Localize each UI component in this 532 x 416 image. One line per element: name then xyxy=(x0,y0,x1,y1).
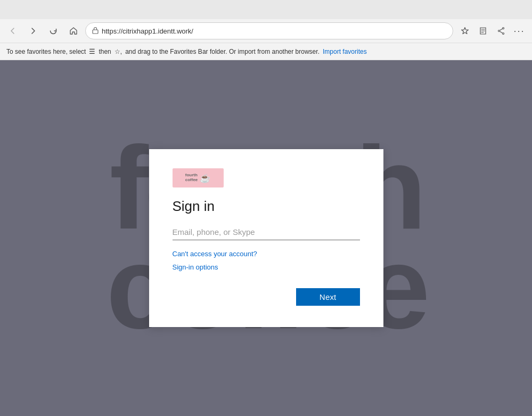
reading-list-button[interactable] xyxy=(474,22,492,39)
svg-point-1 xyxy=(503,28,504,29)
forward-button[interactable] xyxy=(24,22,42,39)
page-content: fourth coffee fourth coffee ☕ Sign in xyxy=(0,60,532,416)
next-button-row: Next xyxy=(173,288,360,306)
email-field-wrap xyxy=(173,225,360,240)
coffee-cup-icon: ☕ xyxy=(200,173,210,183)
cant-access-link[interactable]: Can't access your account? xyxy=(173,250,360,258)
more-button[interactable]: ··· xyxy=(511,22,528,39)
lock-icon xyxy=(92,27,99,36)
svg-point-2 xyxy=(498,30,500,32)
favorites-drag-text: and drag to the Favorites Bar folder. Or… xyxy=(125,48,320,55)
browser-chrome: https://citrixhapp1.identt.work/ xyxy=(0,0,532,43)
refresh-button[interactable] xyxy=(45,22,62,39)
favorites-star: ☆, xyxy=(114,48,122,55)
brand-text: fourth coffee xyxy=(185,173,198,183)
favorites-bar: To see favorites here, select ☰ then ☆, … xyxy=(0,43,532,60)
signin-title: Sign in xyxy=(173,198,360,215)
brand-logo-inner: fourth coffee ☕ xyxy=(185,173,211,183)
signin-overlay: fourth coffee ☕ Sign in Can't access you… xyxy=(0,60,532,416)
toolbar-icons: ··· xyxy=(456,22,528,39)
favorites-button[interactable] xyxy=(456,22,473,39)
back-button[interactable] xyxy=(4,22,21,39)
nav-bar: https://citrixhapp1.identt.work/ xyxy=(0,19,532,43)
svg-rect-0 xyxy=(93,30,98,34)
address-bar[interactable]: https://citrixhapp1.identt.work/ xyxy=(85,22,453,39)
tab-bar xyxy=(0,0,532,19)
email-input[interactable] xyxy=(173,225,360,240)
favorites-message: To see favorites here, select xyxy=(6,48,86,55)
favorites-then: then xyxy=(99,48,111,55)
url-input[interactable]: https://citrixhapp1.identt.work/ xyxy=(102,27,446,35)
brand-logo: fourth coffee ☕ xyxy=(173,168,224,187)
signin-options-link[interactable]: Sign-in options xyxy=(173,263,360,271)
svg-point-3 xyxy=(503,33,504,35)
home-button[interactable] xyxy=(65,22,82,39)
favorites-icon: ☰ xyxy=(89,47,95,55)
import-favorites-link[interactable]: Import favorites xyxy=(323,48,367,55)
share-button[interactable] xyxy=(493,22,510,39)
signin-card: fourth coffee ☕ Sign in Can't access you… xyxy=(149,149,383,327)
next-button[interactable]: Next xyxy=(296,288,360,306)
